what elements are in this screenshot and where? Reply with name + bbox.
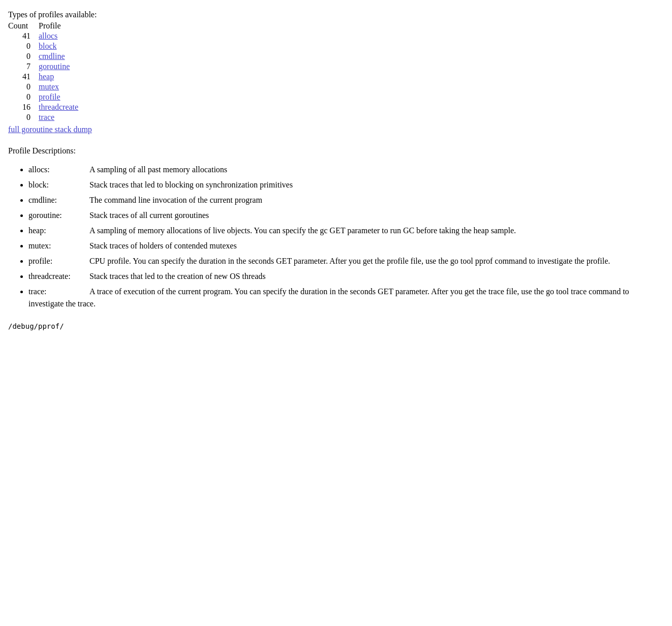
profile-count: 0 xyxy=(8,52,39,61)
descriptions-title: Profile Descriptions: xyxy=(8,146,664,155)
profile-row: 0cmdline xyxy=(8,52,664,61)
desc-term: trace: xyxy=(28,286,89,298)
full-goroutine-link[interactable]: full goroutine stack dump xyxy=(8,125,664,134)
desc-definition: The command line invocation of the curre… xyxy=(89,196,262,204)
profile-row: 16threadcreate xyxy=(8,103,664,112)
profile-link-threadcreate[interactable]: threadcreate xyxy=(39,103,78,112)
desc-definition: Stack traces that led to blocking on syn… xyxy=(89,180,293,189)
profile-link-block[interactable]: block xyxy=(39,42,57,51)
desc-definition: CPU profile. You can specify the duratio… xyxy=(89,257,610,265)
profile-count: 0 xyxy=(8,82,39,91)
desc-term: mutex: xyxy=(28,240,89,252)
header-profile: Profile xyxy=(39,21,61,30)
profile-link-profile[interactable]: profile xyxy=(39,92,60,102)
footer-path: /debug/pprof/ xyxy=(8,322,664,330)
description-item: heap:A sampling of memory allocations of… xyxy=(28,225,664,237)
description-item: profile:CPU profile. You can specify the… xyxy=(28,255,664,267)
desc-definition: A sampling of all past memory allocation… xyxy=(89,165,227,174)
profile-row: 0profile xyxy=(8,92,664,102)
profile-row: 0mutex xyxy=(8,82,664,91)
profile-count: 41 xyxy=(8,32,39,41)
profile-count: 41 xyxy=(8,72,39,81)
profile-count: 0 xyxy=(8,42,39,51)
desc-definition: Stack traces of holders of contended mut… xyxy=(89,241,237,250)
desc-term: goroutine: xyxy=(28,209,89,222)
profiles-table: 41allocs0block0cmdline7goroutine41heap0m… xyxy=(8,32,664,122)
profile-count: 0 xyxy=(8,113,39,122)
intro-text: Types of profiles available: xyxy=(8,10,664,19)
description-item: cmdline:The command line invocation of t… xyxy=(28,194,664,206)
profile-link-trace[interactable]: trace xyxy=(39,113,54,122)
description-item: block:Stack traces that led to blocking … xyxy=(28,179,664,191)
description-item: threadcreate:Stack traces that led to th… xyxy=(28,270,664,283)
header-count: Count xyxy=(8,21,39,30)
profile-link-goroutine[interactable]: goroutine xyxy=(39,62,70,71)
desc-term: allocs: xyxy=(28,164,89,176)
desc-term: profile: xyxy=(28,255,89,267)
description-item: allocs:A sampling of all past memory all… xyxy=(28,164,664,176)
descriptions-list: allocs:A sampling of all past memory all… xyxy=(8,164,664,310)
profile-link-allocs[interactable]: allocs xyxy=(39,32,57,41)
description-item: goroutine:Stack traces of all current go… xyxy=(28,209,664,222)
profile-count: 0 xyxy=(8,92,39,102)
desc-term: threadcreate: xyxy=(28,270,89,283)
profile-count: 7 xyxy=(8,62,39,71)
profile-row: 41heap xyxy=(8,72,664,81)
description-item: mutex:Stack traces of holders of contend… xyxy=(28,240,664,252)
profile-link-cmdline[interactable]: cmdline xyxy=(39,52,65,61)
description-item: trace:A trace of execution of the curren… xyxy=(28,286,664,310)
desc-definition: Stack traces of all current goroutines xyxy=(89,211,209,220)
desc-definition: A trace of execution of the current prog… xyxy=(28,287,629,308)
profile-link-mutex[interactable]: mutex xyxy=(39,82,59,91)
desc-term: cmdline: xyxy=(28,194,89,206)
profile-row: 41allocs xyxy=(8,32,664,41)
profile-row: 0trace xyxy=(8,113,664,122)
profile-link-heap[interactable]: heap xyxy=(39,72,54,81)
desc-definition: Stack traces that led to the creation of… xyxy=(89,272,266,280)
profile-row: 0block xyxy=(8,42,664,51)
desc-definition: A sampling of memory allocations of live… xyxy=(89,226,516,235)
profile-row: 7goroutine xyxy=(8,62,664,71)
desc-term: heap: xyxy=(28,225,89,237)
desc-term: block: xyxy=(28,179,89,191)
profile-count: 16 xyxy=(8,103,39,112)
profiles-header: Count Profile xyxy=(8,21,664,30)
